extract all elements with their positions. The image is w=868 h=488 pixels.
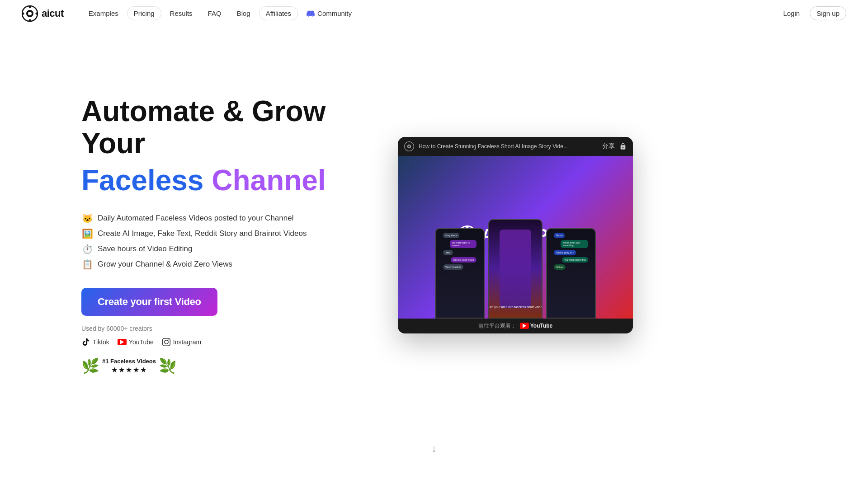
nav-item-affiliates[interactable]: Affiliates [259, 6, 298, 20]
video-bottom-bar: 前往平台观看： YouTube [398, 319, 633, 333]
phone-preview-center: Turn your Idea into faceless short video… [488, 219, 542, 319]
phone-inner-left: Hey there Do you want to create... Yes! … [436, 229, 484, 318]
share-button[interactable]: 分享 [602, 142, 615, 150]
logo-text: aicut [42, 8, 64, 19]
watch-label: 前往平台观看： [478, 322, 516, 330]
svg-point-5 [22, 12, 24, 14]
instagram-icon [162, 338, 171, 347]
instagram-label: Instagram [173, 338, 201, 346]
signup-button[interactable]: Sign up [810, 6, 846, 20]
hero-headline-line1: Automate & Grow Your [81, 95, 362, 159]
video-title: How to Create Stunning Faceless Short AI… [419, 143, 598, 150]
chat-bubble-3: Yes! [443, 250, 453, 255]
hero-right: How to Create Stunning Faceless Short AI… [398, 137, 633, 333]
youtube-play-triangle [120, 340, 124, 344]
award-section: 🌿 #1 Faceless Videos ★★★★★ 🌿 [81, 357, 362, 375]
nav-item-pricing[interactable]: Pricing [127, 6, 161, 20]
main-nav: Examples Pricing Results FAQ Blog Affili… [82, 6, 779, 21]
chat-sim-right: Babe I need to tell you something... Wha… [550, 229, 591, 318]
svg-point-6 [36, 12, 38, 14]
header: aicut Examples Pricing Results FAQ Blog … [0, 0, 868, 27]
video-top-bar: How to Create Stunning Faceless Short AI… [398, 137, 633, 156]
cta-button[interactable]: Create your first Video [81, 288, 217, 316]
svg-point-2 [28, 12, 32, 15]
hero-headline-line2: Faceless Channel [81, 164, 362, 196]
svg-point-3 [29, 5, 31, 8]
features-list: 🐱 Daily Automated Faceless Videos posted… [81, 213, 362, 270]
feature-item-2: 🖼️ Create AI Image, Fake Text, Reddit St… [81, 228, 362, 239]
scroll-indicator: ↓ [0, 434, 868, 473]
hero-left: Automate & Grow Your Faceless Channel 🐱 … [81, 95, 362, 374]
yt-text-logo: YouTube [530, 323, 553, 329]
scroll-arrow-icon: ↓ [432, 443, 437, 455]
feature-emoji-4: 📋 [81, 259, 93, 270]
video-card: How to Create Stunning Faceless Short AI… [398, 137, 633, 333]
nav-item-examples[interactable]: Examples [82, 6, 125, 20]
laurel-right-icon: 🌿 [159, 357, 177, 375]
nav-item-faq[interactable]: FAQ [201, 6, 228, 20]
phone-inner-right: Babe I need to tell you something... Wha… [547, 229, 595, 318]
youtube-social: YouTube [118, 338, 154, 346]
chat-sim: Hey there Do you want to create... Yes! … [439, 229, 480, 318]
nav-item-community[interactable]: Community [300, 6, 359, 21]
laurel-left-icon: 🌿 [81, 357, 99, 375]
youtube-label: YouTube [129, 338, 154, 346]
portrait-figure [500, 230, 531, 308]
aicut-logo-icon [22, 5, 38, 22]
feature-text-2: Create AI Image, Fake Text, Reddit Story… [98, 229, 307, 238]
headline-faceless: Faceless [81, 164, 203, 197]
used-by-text: Used by 60000+ creators [81, 325, 362, 332]
feature-text-1: Daily Automated Faceless Videos posted t… [98, 214, 293, 223]
nav-item-blog[interactable]: Blog [230, 6, 257, 20]
phone-text-overlay: Turn your Idea into faceless short video… [488, 305, 542, 309]
chat-r-1: Babe [554, 233, 565, 238]
tiktok-label: Tiktok [93, 338, 109, 346]
discord-icon [307, 9, 315, 18]
hero-section: Automate & Grow Your Faceless Channel 🐱 … [0, 27, 868, 473]
instagram-social: Instagram [162, 338, 201, 347]
chat-bubble-1: Hey there [443, 233, 459, 238]
feature-emoji-3: ⏱️ [81, 244, 93, 254]
social-logos: Tiktok YouTube Instagram [81, 338, 362, 347]
phone-preview-right: Babe I need to tell you something... Wha… [546, 228, 596, 319]
svg-point-12 [408, 145, 410, 147]
chat-r-5: Tell me [554, 264, 566, 270]
feature-text-4: Grow your Channel & Avoid Zero Views [98, 260, 232, 269]
chat-bubble-5: Wow thanks! [443, 264, 463, 270]
feature-item-4: 📋 Grow your Channel & Avoid Zero Views [81, 259, 362, 270]
svg-rect-7 [163, 338, 170, 346]
youtube-play-icon [118, 339, 127, 345]
feature-text-3: Save hours of Video Editing [98, 244, 193, 253]
yt-play-icon-small [520, 323, 529, 329]
chat-r-2: I need to tell you something... [561, 240, 588, 248]
phone-previews: Hey there Do you want to create... Yes! … [435, 219, 596, 319]
nav-item-results[interactable]: Results [163, 6, 199, 20]
feature-item-3: ⏱️ Save hours of Video Editing [81, 244, 362, 254]
tiktok-social: Tiktok [81, 338, 109, 347]
tiktok-icon [81, 338, 90, 347]
award-center: #1 Faceless Videos ★★★★★ [102, 358, 156, 374]
feature-item-1: 🐱 Daily Automated Faceless Videos posted… [81, 213, 362, 224]
chat-r-4: You won't believe this [562, 257, 588, 263]
video-thumbnail[interactable]: AICUT.PRO Hey there Do you want to creat… [398, 156, 633, 319]
phone-inner-center: Turn your Idea into faceless short video… [489, 220, 542, 318]
youtube-logo-inline: YouTube [520, 323, 553, 329]
share-icon [619, 143, 627, 150]
chat-bubble-2: Do you want to create... [450, 240, 476, 248]
yt-play-tri-small [523, 324, 526, 328]
phone-preview-left: Hey there Do you want to create... Yes! … [435, 228, 485, 319]
portrait-sim [489, 220, 542, 318]
logo[interactable]: aicut [22, 5, 64, 22]
headline-channel: Channel [212, 164, 326, 197]
hero-container: Automate & Grow Your Faceless Channel 🐱 … [0, 27, 868, 434]
chat-r-3: What's going on? [554, 250, 576, 255]
video-aicut-icon [404, 141, 414, 151]
nav-community-label: Community [317, 9, 352, 17]
svg-point-9 [168, 339, 169, 340]
award-title: #1 Faceless Videos [102, 358, 156, 365]
svg-point-8 [165, 340, 168, 343]
feature-emoji-1: 🐱 [81, 213, 93, 224]
header-actions: Login Sign up [778, 6, 846, 20]
chat-bubble-4: Here's your video [451, 257, 476, 263]
login-button[interactable]: Login [778, 7, 804, 20]
